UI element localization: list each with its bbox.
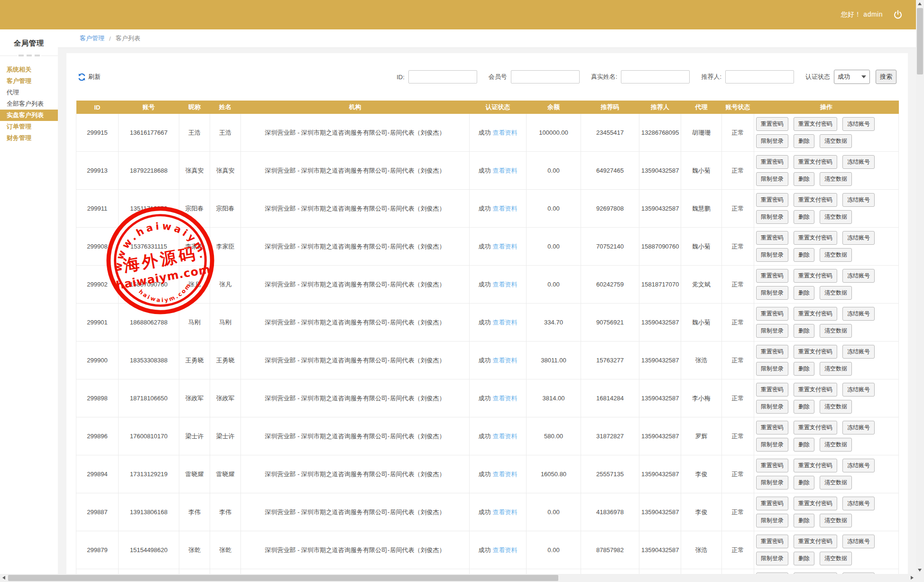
delete-button[interactable]: 删除 <box>794 362 814 376</box>
delete-button[interactable]: 删除 <box>794 172 814 186</box>
scroll-up-arrow[interactable] <box>918 2 922 5</box>
clear-data-button[interactable]: 清空数据 <box>820 514 852 527</box>
clear-data-button[interactable]: 清空数据 <box>820 362 852 376</box>
restrict-login-button[interactable]: 限制登录 <box>756 514 788 527</box>
restrict-login-button[interactable]: 限制登录 <box>756 134 788 148</box>
delete-button[interactable]: 删除 <box>794 438 814 452</box>
freeze-account-button[interactable]: 冻结账号 <box>842 535 875 548</box>
view-profile-link[interactable]: 查看资料 <box>493 129 517 136</box>
reset-pay-password-button[interactable]: 重置支付密码 <box>794 459 837 472</box>
reset-pay-password-button[interactable]: 重置支付密码 <box>794 231 837 245</box>
restrict-login-button[interactable]: 限制登录 <box>756 438 788 452</box>
reset-pay-password-button[interactable]: 重置支付密码 <box>794 117 837 131</box>
reset-pay-password-button[interactable]: 重置支付密码 <box>794 421 837 434</box>
reset-pay-password-button[interactable]: 重置支付密码 <box>794 155 837 169</box>
reset-pay-password-button[interactable]: 重置支付密码 <box>794 345 837 359</box>
delete-button[interactable]: 删除 <box>794 476 814 490</box>
sidebar-item-system[interactable]: 系统相关 <box>0 64 58 75</box>
sidebar-item-real-customers[interactable]: 实盘客户列表 <box>0 110 58 121</box>
referrer-filter-input[interactable] <box>725 70 794 83</box>
restrict-login-button[interactable]: 限制登录 <box>756 400 788 414</box>
breadcrumb-parent-link[interactable]: 客户管理 <box>80 34 104 43</box>
clear-data-button[interactable]: 清空数据 <box>820 438 852 452</box>
delete-button[interactable]: 删除 <box>794 286 814 300</box>
reset-password-button[interactable]: 重置密码 <box>756 117 788 131</box>
clear-data-button[interactable]: 清空数据 <box>820 552 852 565</box>
freeze-account-button[interactable]: 冻结账号 <box>842 231 875 245</box>
delete-button[interactable]: 删除 <box>794 248 814 262</box>
freeze-account-button[interactable]: 冻结账号 <box>842 345 875 359</box>
view-profile-link[interactable]: 查看资料 <box>493 319 517 326</box>
reset-pay-password-button[interactable]: 重置支付密码 <box>794 193 837 207</box>
freeze-account-button[interactable]: 冻结账号 <box>842 155 875 169</box>
view-profile-link[interactable]: 查看资料 <box>493 167 517 174</box>
clear-data-button[interactable]: 清空数据 <box>820 324 852 338</box>
refresh-button[interactable]: 刷新 <box>78 73 101 81</box>
delete-button[interactable]: 删除 <box>794 514 814 527</box>
delete-button[interactable]: 删除 <box>794 134 814 148</box>
sidebar-item-orders[interactable]: 订单管理 <box>0 121 58 132</box>
search-button[interactable]: 搜索 <box>876 70 896 84</box>
restrict-login-button[interactable]: 限制登录 <box>756 286 788 300</box>
sidebar-item-all-customers[interactable]: 全部客户列表 <box>0 98 58 110</box>
member-filter-input[interactable] <box>511 70 580 83</box>
freeze-account-button[interactable]: 冻结账号 <box>842 421 875 434</box>
view-profile-link[interactable]: 查看资料 <box>493 508 517 516</box>
restrict-login-button[interactable]: 限制登录 <box>756 362 788 376</box>
freeze-account-button[interactable]: 冻结账号 <box>842 497 875 510</box>
restrict-login-button[interactable]: 限制登录 <box>756 324 788 338</box>
sidebar-item-finance[interactable]: 财务管理 <box>0 132 58 144</box>
clear-data-button[interactable]: 清空数据 <box>820 134 852 148</box>
reset-password-button[interactable]: 重置密码 <box>756 269 788 283</box>
sidebar-item-agents[interactable]: 代理 <box>0 87 58 98</box>
view-profile-link[interactable]: 查看资料 <box>493 357 517 364</box>
restrict-login-button[interactable]: 限制登录 <box>756 210 788 224</box>
clear-data-button[interactable]: 清空数据 <box>820 286 852 300</box>
clear-data-button[interactable]: 清空数据 <box>820 476 852 490</box>
delete-button[interactable]: 删除 <box>794 400 814 414</box>
reset-password-button[interactable]: 重置密码 <box>756 307 788 321</box>
clear-data-button[interactable]: 清空数据 <box>820 400 852 414</box>
delete-button[interactable]: 删除 <box>794 552 814 565</box>
reset-password-button[interactable]: 重置密码 <box>756 231 788 245</box>
clear-data-button[interactable]: 清空数据 <box>820 248 852 262</box>
reset-pay-password-button[interactable]: 重置支付密码 <box>794 497 837 510</box>
sidebar-item-customers[interactable]: 客户管理 <box>0 75 58 87</box>
reset-pay-password-button[interactable]: 重置支付密码 <box>794 535 837 548</box>
clear-data-button[interactable]: 清空数据 <box>820 172 852 186</box>
vertical-scrollbar[interactable] <box>916 0 924 574</box>
reset-password-button[interactable]: 重置密码 <box>756 155 788 169</box>
reset-password-button[interactable]: 重置密码 <box>756 345 788 359</box>
delete-button[interactable]: 删除 <box>794 210 814 224</box>
reset-password-button[interactable]: 重置密码 <box>756 193 788 207</box>
id-filter-input[interactable] <box>408 70 477 83</box>
auth-status-select[interactable]: 成功 <box>834 70 870 84</box>
freeze-account-button[interactable]: 冻结账号 <box>842 383 875 397</box>
reset-password-button[interactable]: 重置密码 <box>756 497 788 510</box>
vertical-scroll-thumb[interactable] <box>917 8 923 74</box>
reset-password-button[interactable]: 重置密码 <box>756 421 788 434</box>
scroll-right-arrow[interactable] <box>911 576 914 580</box>
view-profile-link[interactable]: 查看资料 <box>493 395 517 402</box>
restrict-login-button[interactable]: 限制登录 <box>756 172 788 186</box>
view-profile-link[interactable]: 查看资料 <box>493 243 517 250</box>
reset-pay-password-button[interactable]: 重置支付密码 <box>794 383 837 397</box>
delete-button[interactable]: 删除 <box>794 324 814 338</box>
reset-pay-password-button[interactable]: 重置支付密码 <box>794 307 837 321</box>
freeze-account-button[interactable]: 冻结账号 <box>842 117 875 131</box>
reset-password-button[interactable]: 重置密码 <box>756 459 788 472</box>
restrict-login-button[interactable]: 限制登录 <box>756 476 788 490</box>
view-profile-link[interactable]: 查看资料 <box>493 546 517 554</box>
view-profile-link[interactable]: 查看资料 <box>493 205 517 212</box>
reset-password-button[interactable]: 重置密码 <box>756 535 788 548</box>
restrict-login-button[interactable]: 限制登录 <box>756 248 788 262</box>
scroll-down-arrow[interactable] <box>918 569 922 572</box>
freeze-account-button[interactable]: 冻结账号 <box>842 307 875 321</box>
freeze-account-button[interactable]: 冻结账号 <box>842 459 875 472</box>
reset-pay-password-button[interactable]: 重置支付密码 <box>794 269 837 283</box>
horizontal-scrollbar[interactable] <box>0 574 916 582</box>
logout-button[interactable] <box>893 10 903 19</box>
reset-password-button[interactable]: 重置密码 <box>756 383 788 397</box>
clear-data-button[interactable]: 清空数据 <box>820 210 852 224</box>
username[interactable]: admin <box>863 10 883 18</box>
